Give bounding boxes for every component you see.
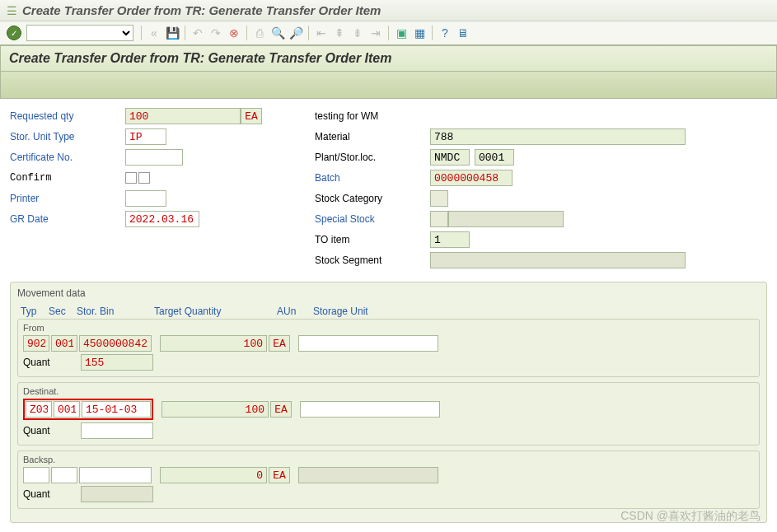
confirm-checkbox-1[interactable] bbox=[125, 172, 137, 184]
col-aun: AUn bbox=[277, 306, 310, 317]
cancel-icon[interactable]: ⊗ bbox=[226, 25, 242, 41]
help-icon[interactable]: ? bbox=[437, 25, 453, 41]
dest-quant-label: Quant bbox=[23, 425, 79, 436]
page-last-icon[interactable]: ⇥ bbox=[367, 25, 384, 41]
back-sec[interactable] bbox=[51, 467, 77, 483]
from-title: From bbox=[23, 323, 754, 333]
certificate-no-label: Certificate No. bbox=[10, 152, 125, 163]
from-aun bbox=[269, 335, 290, 352]
destinat-title: Destinat. bbox=[23, 386, 754, 396]
material-input bbox=[430, 128, 686, 145]
toolbar-separator bbox=[141, 26, 142, 40]
plant-input bbox=[430, 149, 470, 166]
print-icon[interactable]: ⎙ bbox=[251, 25, 268, 41]
to-item-input bbox=[430, 231, 470, 248]
find-next-icon[interactable]: 🔎 bbox=[288, 25, 304, 41]
certificate-no-input[interactable] bbox=[125, 149, 183, 166]
col-typ: Typ bbox=[21, 306, 45, 317]
requested-qty-unit bbox=[241, 108, 262, 124]
window-titlebar: ☰ Create Transfer Order from TR: Generat… bbox=[0, 0, 777, 21]
dest-typ[interactable] bbox=[26, 401, 52, 418]
right-column: testing for WM Material Plant/Stor.loc. … bbox=[315, 107, 767, 272]
app-menu-icon[interactable]: ☰ bbox=[7, 4, 17, 17]
toolbar-separator bbox=[388, 26, 389, 40]
from-bin[interactable] bbox=[79, 335, 152, 352]
first-page-icon[interactable]: « bbox=[146, 25, 162, 41]
batch-label: Batch bbox=[315, 172, 430, 184]
batch-input bbox=[430, 170, 513, 186]
dest-quant[interactable] bbox=[81, 422, 153, 439]
watermark: CSDN @喜欢打酱油的老鸟 bbox=[620, 509, 761, 523]
requested-qty-input[interactable] bbox=[125, 108, 241, 124]
backsp-title: Backsp. bbox=[23, 455, 754, 464]
toolbar-separator bbox=[432, 26, 433, 40]
from-qty[interactable] bbox=[160, 335, 267, 352]
from-sec[interactable] bbox=[51, 335, 77, 352]
back-icon[interactable]: ↶ bbox=[190, 25, 206, 41]
page-title: Create Transfer Order from TR: Generate … bbox=[1, 46, 776, 72]
special-stock-input bbox=[448, 211, 564, 227]
requested-qty-label: Requested qty bbox=[10, 110, 125, 122]
page-down-icon[interactable]: ⇟ bbox=[349, 25, 366, 41]
page-header: Create Transfer Order from TR: Generate … bbox=[0, 45, 777, 99]
window-title: Create Transfer Order from TR: Generate … bbox=[22, 3, 381, 17]
from-quant-label: Quant bbox=[23, 357, 79, 368]
back-quant bbox=[81, 486, 153, 502]
backsp-subsection: Backsp. Quant bbox=[17, 450, 760, 509]
stock-category-input bbox=[430, 190, 448, 207]
movement-data-section: Movement data Typ Sec Stor. Bin Target Q… bbox=[10, 282, 767, 523]
destinat-subsection: Destinat. Quant bbox=[17, 382, 760, 446]
stock-segment-input bbox=[430, 252, 686, 268]
exit-icon[interactable]: ↷ bbox=[208, 25, 224, 41]
toolbar-separator bbox=[185, 26, 185, 40]
from-typ[interactable] bbox=[23, 335, 49, 352]
testing-text: testing for WM bbox=[315, 110, 378, 122]
stock-segment-label: Stock Segment bbox=[315, 254, 430, 266]
page-first-icon[interactable]: ⇤ bbox=[313, 25, 330, 41]
command-combo[interactable] bbox=[26, 25, 133, 41]
confirm-label: Confirm bbox=[10, 172, 125, 184]
back-bin[interactable] bbox=[79, 467, 152, 483]
from-quant[interactable] bbox=[81, 354, 153, 371]
dest-storage-unit[interactable] bbox=[300, 401, 440, 418]
toolbar-separator bbox=[246, 26, 247, 40]
special-stock-ind bbox=[430, 211, 448, 227]
movement-data-title: Movement data bbox=[17, 286, 760, 301]
confirm-checkbox-2[interactable] bbox=[138, 172, 150, 184]
back-aun bbox=[269, 467, 290, 483]
printer-label: Printer bbox=[10, 193, 125, 204]
toolbar: ✓ « 💾 ↶ ↷ ⊗ ⎙ 🔍 🔎 ⇤ ⇞ ⇟ ⇥ ▣ ▦ ? 🖥 bbox=[0, 21, 777, 45]
to-item-label: TO item bbox=[315, 234, 430, 245]
left-column: Requested qty Stor. Unit Type Certificat… bbox=[10, 107, 290, 272]
toolbar-separator bbox=[308, 26, 309, 40]
page-up-icon[interactable]: ⇞ bbox=[331, 25, 348, 41]
plant-label: Plant/Stor.loc. bbox=[315, 152, 430, 163]
find-icon[interactable]: 🔍 bbox=[269, 25, 286, 41]
printer-input[interactable] bbox=[125, 190, 166, 207]
gr-date-input[interactable] bbox=[125, 211, 199, 227]
from-subsection: From Quant bbox=[17, 319, 760, 377]
layout-icon[interactable]: 🖥 bbox=[455, 25, 471, 41]
dest-qty[interactable] bbox=[161, 401, 269, 418]
col-bin: Stor. Bin bbox=[77, 306, 151, 317]
stock-category-label: Stock Category bbox=[315, 193, 430, 204]
ok-button[interactable]: ✓ bbox=[7, 26, 21, 40]
dest-bin[interactable] bbox=[82, 401, 151, 418]
dest-sec[interactable] bbox=[54, 401, 80, 418]
back-typ[interactable] bbox=[23, 467, 49, 483]
new-session-icon[interactable]: ▣ bbox=[393, 25, 410, 41]
back-storage-unit bbox=[298, 467, 438, 483]
dest-aun bbox=[270, 401, 292, 418]
col-sec: Sec bbox=[49, 306, 73, 317]
stor-unit-type-input[interactable] bbox=[125, 128, 166, 145]
storloc-input bbox=[475, 149, 514, 166]
shortcut-icon[interactable]: ▦ bbox=[411, 25, 428, 41]
save-icon[interactable]: 💾 bbox=[164, 25, 180, 41]
movement-columns: Typ Sec Stor. Bin Target Quantity AUn St… bbox=[17, 304, 760, 319]
stor-unit-type-label: Stor. Unit Type bbox=[10, 131, 125, 142]
from-storage-unit[interactable] bbox=[298, 335, 438, 352]
destinat-highlight bbox=[23, 399, 153, 420]
back-quant-label: Quant bbox=[23, 488, 79, 500]
back-qty bbox=[160, 467, 267, 483]
col-storage-unit: Storage Unit bbox=[313, 306, 412, 317]
